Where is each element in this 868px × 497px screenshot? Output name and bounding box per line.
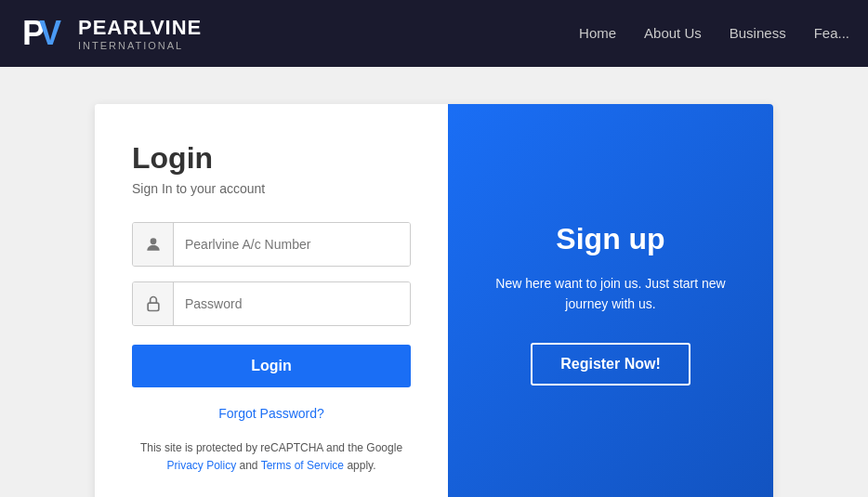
terms-of-service-link[interactable]: Terms of Service	[261, 459, 344, 472]
register-now-button[interactable]: Register Now!	[531, 343, 690, 386]
lock-icon	[133, 282, 174, 325]
recaptcha-text: This site is protected by reCAPTCHA and …	[140, 441, 402, 454]
forgot-password-link[interactable]: Forgot Password?	[132, 406, 411, 421]
login-subtitle: Sign In to your account	[132, 181, 411, 196]
login-button[interactable]: Login	[132, 345, 411, 387]
nav-item-features[interactable]: Fea...	[814, 25, 849, 42]
svg-point-3	[150, 238, 156, 244]
signup-panel: Sign up New here want to join us. Just s…	[448, 104, 773, 497]
login-panel: Login Sign In to your account Login Forg…	[95, 104, 448, 497]
nav-link-features[interactable]: Fea...	[814, 25, 849, 41]
nav-link-home[interactable]: Home	[579, 25, 616, 41]
brand-sub: INTERNATIONAL	[78, 40, 202, 51]
nav-item-about[interactable]: About Us	[644, 25, 702, 42]
privacy-policy-link[interactable]: Privacy Policy	[166, 459, 236, 472]
navbar: P V PEARLVINE INTERNATIONAL Home About U…	[0, 0, 868, 67]
nav-item-home[interactable]: Home	[579, 25, 616, 42]
brand: P V PEARLVINE INTERNATIONAL	[19, 9, 202, 58]
login-title: Login	[132, 141, 411, 176]
password-input-group	[132, 281, 411, 326]
svg-rect-4	[148, 303, 159, 310]
and-text: and	[240, 459, 258, 472]
user-icon	[133, 223, 174, 266]
brand-text: PEARLVINE INTERNATIONAL	[78, 16, 202, 51]
nav-link-about[interactable]: About Us	[644, 25, 702, 41]
signup-description: New here want to join us. Just start new…	[476, 273, 745, 315]
main-content: Login Sign In to your account Login Forg…	[0, 67, 868, 497]
account-input-group	[132, 222, 411, 267]
pearlvine-logo: P V	[19, 9, 67, 58]
auth-container: Login Sign In to your account Login Forg…	[95, 104, 773, 497]
brand-name: PEARLVINE	[78, 16, 202, 40]
password-input[interactable]	[174, 282, 410, 325]
account-number-input[interactable]	[174, 223, 410, 266]
nav-item-business[interactable]: Business	[730, 25, 786, 42]
recaptcha-notice: This site is protected by reCAPTCHA and …	[132, 439, 411, 475]
apply-text: apply.	[347, 459, 375, 472]
nav-links: Home About Us Business Fea...	[579, 25, 849, 42]
signup-title: Sign up	[556, 222, 664, 256]
nav-link-business[interactable]: Business	[730, 25, 786, 41]
svg-text:V: V	[39, 14, 61, 52]
